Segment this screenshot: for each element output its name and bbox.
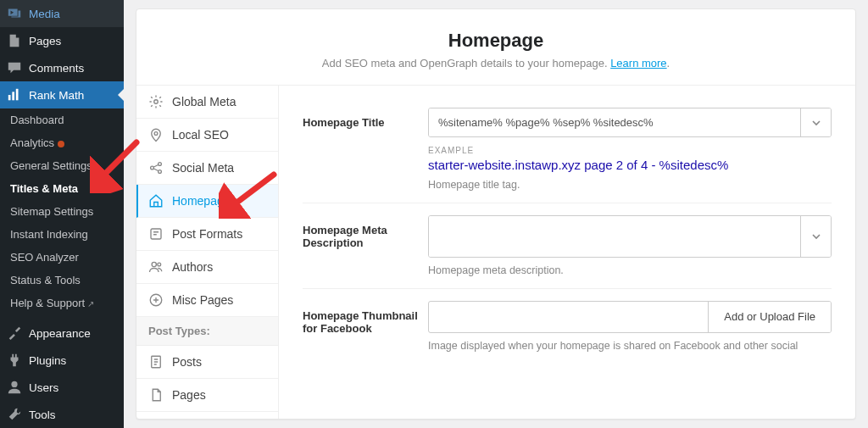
menu-label: Rank Math	[29, 89, 84, 102]
field-label: Homepage Title	[303, 108, 428, 191]
settings-subnav: Global Meta Local SEO Social Meta Homepa…	[136, 86, 279, 419]
svg-rect-0	[8, 95, 11, 100]
learn-more-link[interactable]: Learn more	[610, 57, 666, 69]
menu-label: Media	[29, 8, 60, 20]
rank-math-icon	[7, 87, 22, 103]
content-area: Homepage Add SEO meta and OpenGraph deta…	[124, 0, 868, 428]
field-homepage-title: Homepage Title EXAMPLE starter-website.i…	[303, 104, 832, 203]
submenu-general-settings[interactable]: General Settings	[0, 154, 124, 177]
field-homepage-description: Homepage Meta Description Homepage meta …	[303, 203, 832, 289]
tab-label: Social Meta	[172, 161, 234, 175]
tab-label: Local SEO	[172, 128, 229, 142]
tab-label: Posts	[172, 355, 202, 369]
field-help: Image displayed when your homepage is sh…	[428, 340, 832, 352]
posts-icon	[148, 354, 164, 370]
panel-header: Homepage Add SEO meta and OpenGraph deta…	[136, 9, 855, 86]
menu-label: Tools	[29, 409, 56, 421]
svg-point-11	[154, 132, 158, 136]
menu-label: Pages	[29, 35, 61, 47]
submenu-label: Help & Support	[10, 297, 85, 309]
svg-point-17	[158, 263, 161, 266]
media-icon	[7, 6, 22, 21]
svg-point-3	[11, 381, 17, 387]
menu-pages[interactable]: Pages	[0, 27, 124, 54]
gear-icon	[148, 94, 164, 109]
svg-rect-1	[12, 92, 14, 100]
menu-label: Appearance	[29, 327, 91, 340]
tab-label: Authors	[172, 260, 213, 274]
submenu-instant-indexing[interactable]: Instant Indexing	[0, 223, 124, 246]
tab-local-seo[interactable]: Local SEO	[136, 119, 278, 152]
appearance-icon	[7, 325, 22, 341]
menu-appearance[interactable]: Appearance	[0, 320, 124, 347]
example-label: EXAMPLE	[428, 146, 832, 155]
svg-point-16	[152, 262, 156, 266]
post-types-header: Post Types:	[136, 317, 278, 346]
tab-label: Pages	[172, 388, 206, 402]
tab-authors[interactable]: Authors	[136, 251, 278, 284]
chevron-down-icon	[811, 231, 821, 242]
homepage-description-input[interactable]	[429, 216, 800, 257]
submenu-dashboard[interactable]: Dashboard	[0, 108, 124, 131]
tab-pages[interactable]: Pages	[136, 379, 278, 412]
menu-tools[interactable]: Tools	[0, 401, 124, 428]
submenu-status-tools[interactable]: Status & Tools	[0, 269, 124, 292]
external-link-icon: ↗	[87, 299, 94, 308]
tools-icon	[7, 407, 22, 422]
field-label: Homepage Thumbnail for Facebook	[303, 301, 428, 352]
svg-rect-15	[151, 229, 161, 239]
title-example-preview: starter-website.instawp.xyz page 2 of 4 …	[428, 158, 832, 172]
thumbnail-preview	[429, 302, 708, 332]
share-icon	[148, 160, 164, 175]
upload-file-button[interactable]: Add or Upload File	[708, 302, 831, 332]
tab-post-formats[interactable]: Post Formats	[136, 218, 278, 251]
page-title: Homepage	[153, 30, 838, 52]
menu-rank-math[interactable]: Rank Math	[0, 81, 124, 108]
svg-rect-2	[16, 89, 19, 101]
menu-users[interactable]: Users	[0, 374, 124, 401]
settings-form: Homepage Title EXAMPLE starter-website.i…	[279, 86, 855, 419]
tab-social-meta[interactable]: Social Meta	[136, 152, 278, 185]
page-subtitle: Add SEO meta and OpenGraph details to yo…	[153, 57, 838, 69]
field-help: Homepage meta description.	[428, 264, 832, 276]
tab-homepage[interactable]: Homepage	[136, 185, 278, 218]
submenu-help-support[interactable]: Help & Support↗	[0, 292, 124, 314]
menu-comments[interactable]: Comments	[0, 54, 124, 81]
comments-icon	[7, 60, 22, 75]
menu-label: Users	[29, 381, 58, 394]
tab-global-meta[interactable]: Global Meta	[136, 86, 278, 119]
tab-misc-pages[interactable]: Misc Pages	[136, 284, 278, 317]
tab-posts[interactable]: Posts	[136, 346, 278, 379]
homepage-title-input[interactable]	[429, 108, 800, 136]
authors-icon	[148, 259, 164, 275]
menu-label: Plugins	[29, 354, 66, 367]
submenu-analytics[interactable]: Analytics	[0, 131, 124, 154]
field-label: Homepage Meta Description	[303, 215, 428, 276]
submenu-seo-analyzer[interactable]: SEO Analyzer	[0, 246, 124, 269]
home-icon	[148, 193, 164, 208]
tab-label: Homepage	[172, 194, 231, 208]
submenu-sitemap[interactable]: Sitemap Settings	[0, 200, 124, 223]
submenu-titles-meta[interactable]: Titles & Meta	[0, 177, 124, 200]
tab-label: Global Meta	[172, 95, 236, 108]
title-variables-dropdown[interactable]	[800, 108, 831, 136]
svg-point-10	[154, 100, 159, 104]
description-variables-dropdown[interactable]	[800, 216, 831, 257]
notification-dot-icon	[58, 141, 64, 147]
users-icon	[7, 380, 22, 395]
pages-icon	[148, 387, 164, 403]
settings-panel: Homepage Add SEO meta and OpenGraph deta…	[136, 8, 856, 420]
menu-label: Comments	[29, 62, 84, 75]
pin-icon	[148, 127, 164, 142]
menu-media[interactable]: Media	[0, 0, 124, 27]
menu-plugins[interactable]: Plugins	[0, 347, 124, 374]
misc-icon	[148, 292, 164, 308]
pages-icon	[7, 33, 22, 48]
plugins-icon	[7, 353, 22, 368]
wp-admin-sidebar: Media Pages Comments Rank Math Dashboard…	[0, 0, 124, 428]
tab-label: Post Formats	[172, 227, 242, 241]
field-homepage-thumbnail: Homepage Thumbnail for Facebook Add or U…	[303, 289, 832, 364]
tab-label: Misc Pages	[172, 293, 233, 307]
post-formats-icon	[148, 226, 164, 242]
submenu-label: Analytics	[10, 136, 54, 149]
